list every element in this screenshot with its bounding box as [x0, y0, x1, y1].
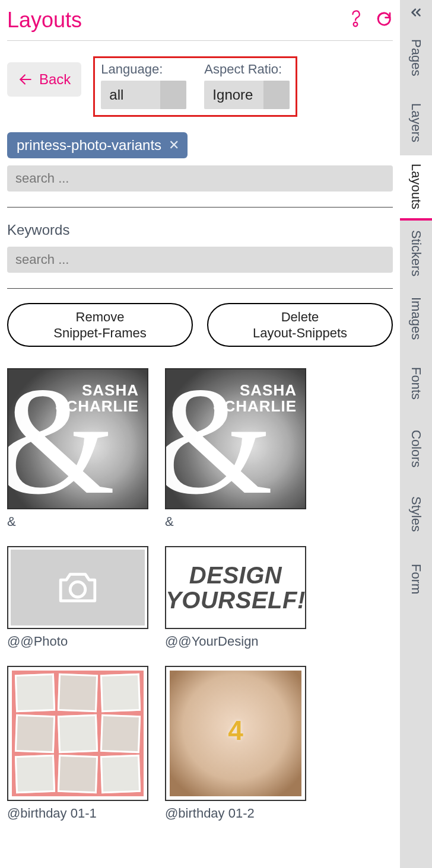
rail-tab-pages[interactable]: Pages	[400, 25, 432, 90]
chevron-down-icon	[160, 81, 186, 109]
aspect-select[interactable]: Ignore	[204, 81, 290, 109]
back-button[interactable]: Back	[7, 62, 81, 97]
thumbnail-name1: SASHA	[55, 382, 139, 398]
layouts-panel: Layouts Back	[0, 0, 400, 868]
layout-item[interactable]: DESIGN YOURSELF! @@YourDesign	[165, 546, 306, 649]
aspect-select-value: Ignore	[204, 87, 263, 103]
language-filter-label: Language:	[101, 62, 186, 77]
active-tags: printess-photo-variants ✕	[7, 132, 393, 158]
remove-snippet-frames-button[interactable]: Remove Snippet-Frames	[7, 303, 193, 347]
thumbnail-and: &	[213, 401, 221, 413]
layout-item-label: @@YourDesign	[165, 634, 306, 649]
remove-tag-icon[interactable]: ✕	[169, 139, 179, 152]
layout-thumbnail: 4	[165, 666, 306, 801]
layout-thumbnail	[7, 666, 148, 801]
thumbnail-and: &	[55, 401, 63, 413]
panel-title: Layouts	[7, 8, 82, 33]
language-select-value: all	[101, 87, 160, 103]
layout-item[interactable]: & SASHA &CHARLIE &	[7, 368, 148, 529]
back-button-label: Back	[39, 71, 71, 88]
design-line1: DESIGN	[166, 563, 306, 588]
layout-item-label: &	[165, 514, 306, 529]
layout-item-label: @birthday 01-2	[165, 806, 306, 821]
layouts-search-input[interactable]	[7, 165, 393, 192]
rail-tab-stickers[interactable]: Stickers	[400, 221, 432, 286]
layout-item-label: @@Photo	[7, 634, 148, 649]
keywords-search-input[interactable]	[7, 247, 393, 273]
layouts-grid: & SASHA &CHARLIE & & SASHA &CHARLIE &	[7, 368, 393, 821]
language-filter: Language: all	[101, 62, 186, 109]
layout-thumbnail: DESIGN YOURSELF!	[165, 546, 306, 629]
divider	[7, 207, 393, 208]
layout-item[interactable]: 4 @birthday 01-2	[165, 666, 306, 821]
camera-icon	[54, 569, 101, 607]
panel-header: Layouts	[7, 0, 393, 40]
button-label-line1: Remove	[76, 309, 125, 326]
layout-thumbnail: & SASHA &CHARLIE	[7, 368, 148, 509]
thumbnail-text: SASHA &CHARLIE	[213, 382, 297, 415]
layout-thumbnail: & SASHA &CHARLIE	[165, 368, 306, 509]
thumbnail-name2: CHARLIE	[224, 397, 297, 415]
design-line2: YOURSELF!	[166, 588, 306, 612]
thumbnail-text: SASHA &CHARLIE	[55, 382, 139, 415]
thumbnail-text: DESIGN YOURSELF!	[166, 563, 306, 612]
layout-item[interactable]: @@Photo	[7, 546, 148, 649]
candle-number: 4	[228, 714, 243, 746]
rail-tab-fonts[interactable]: Fonts	[400, 351, 432, 416]
aspect-filter: Aspect Ratio: Ignore	[204, 62, 290, 109]
button-label-line2: Layout-Snippets	[253, 325, 347, 342]
layout-item-label: @birthday 01-1	[7, 806, 148, 821]
thumbnail-name2: CHARLIE	[66, 397, 139, 415]
svg-point-1	[70, 582, 85, 597]
button-label-line2: Snippet-Frames	[53, 325, 147, 342]
rail-tab-images[interactable]: Images	[400, 286, 432, 351]
collapse-rail-button[interactable]	[400, 0, 432, 25]
layout-item[interactable]: @birthday 01-1	[7, 666, 148, 821]
filters-highlight-box: Language: all Aspect Ratio: Ignore	[93, 56, 297, 117]
rail-tab-colors[interactable]: Colors	[400, 416, 432, 481]
refresh-icon[interactable]	[375, 8, 393, 32]
filter-tag-label: printess-photo-variants	[17, 137, 161, 154]
side-tab-rail: Pages Layers Layouts Stickers Images Fon…	[400, 0, 432, 868]
delete-layout-snippets-button[interactable]: Delete Layout-Snippets	[207, 303, 393, 347]
help-icon[interactable]	[347, 8, 364, 32]
panel-separator	[7, 40, 393, 41]
language-select[interactable]: all	[101, 81, 186, 109]
button-label-line1: Delete	[281, 309, 319, 326]
aspect-filter-label: Aspect Ratio:	[204, 62, 290, 77]
panel-header-actions	[347, 8, 393, 32]
rail-tab-styles[interactable]: Styles	[400, 481, 432, 547]
chevron-down-icon	[263, 81, 290, 109]
layout-item-label: &	[7, 514, 148, 529]
thumbnail-name1: SASHA	[213, 382, 297, 398]
keywords-label: Keywords	[7, 222, 393, 238]
rail-tab-layers[interactable]: Layers	[400, 90, 432, 155]
rail-tab-form[interactable]: Form	[400, 547, 432, 612]
divider	[7, 288, 393, 289]
filter-tag: printess-photo-variants ✕	[7, 132, 188, 158]
rail-tab-layouts[interactable]: Layouts	[400, 155, 432, 221]
layout-thumbnail	[7, 546, 148, 629]
layout-item[interactable]: & SASHA &CHARLIE &	[165, 368, 306, 529]
